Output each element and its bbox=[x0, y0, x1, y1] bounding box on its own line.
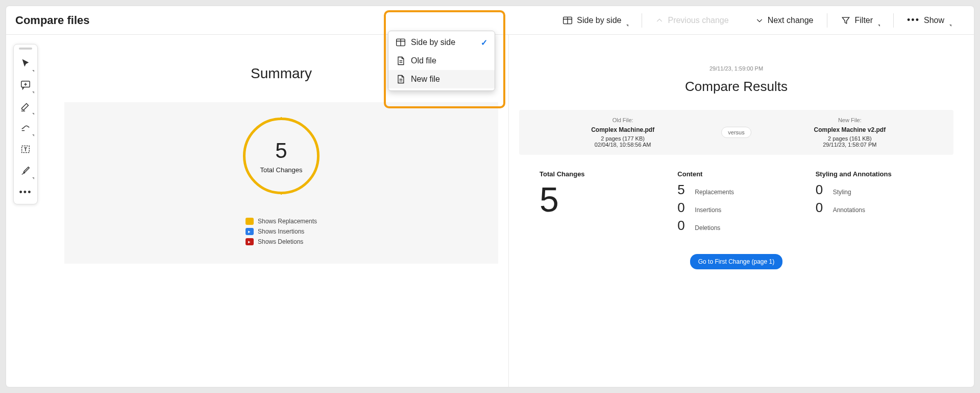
dropdown-indicator-icon bbox=[32, 177, 34, 179]
file-icon bbox=[396, 74, 406, 84]
dropdown-item-side-by-side[interactable]: Side by side ✓ bbox=[388, 33, 495, 52]
view-mode-button[interactable]: Side by side bbox=[557, 12, 633, 29]
stat-insertions: 0 Insertions bbox=[677, 200, 795, 216]
results-panel: 29/11/23, 1:59:00 PM Compare Results Old… bbox=[509, 35, 964, 387]
stats-total: Total Changes 5 bbox=[540, 170, 657, 236]
next-change-group: Next change bbox=[742, 6, 827, 34]
highlight-tool[interactable] bbox=[15, 96, 36, 117]
side-by-side-icon bbox=[562, 15, 573, 26]
legend-deletions: ▸ Shows Deletions bbox=[246, 238, 317, 245]
stat-deletions-num: 0 bbox=[677, 218, 690, 234]
filter-button[interactable]: Filter bbox=[836, 12, 886, 29]
more-tools[interactable]: ••• bbox=[15, 181, 36, 203]
page-title: Compare files bbox=[15, 14, 90, 27]
stat-replacements-lab: Replacements bbox=[695, 189, 734, 196]
new-file-meta1: 2 pages (161 KB) bbox=[751, 135, 948, 142]
legend-deletions-label: Shows Deletions bbox=[258, 238, 303, 245]
stats-content-label: Content bbox=[677, 170, 795, 178]
view-mode-group: Side by side bbox=[549, 6, 642, 34]
dropdown-indicator-icon bbox=[32, 91, 34, 94]
replacements-swatch-icon bbox=[246, 218, 254, 225]
text-box-icon bbox=[20, 144, 31, 155]
results-timestamp: 29/11/23, 1:59:00 PM bbox=[519, 65, 953, 72]
go-to-first-change-button[interactable]: Go to First Change (page 1) bbox=[690, 254, 782, 269]
stat-annotations: 0 Annotations bbox=[816, 200, 933, 216]
stat-insertions-num: 0 bbox=[677, 200, 690, 216]
dropdown-item-label: New file bbox=[411, 75, 440, 84]
total-changes-number: 5 bbox=[275, 138, 287, 163]
sign-tool[interactable] bbox=[15, 160, 36, 181]
dropdown-indicator-icon bbox=[32, 70, 34, 72]
next-change-button[interactable]: Next change bbox=[750, 13, 819, 28]
stat-insertions-lab: Insertions bbox=[695, 206, 721, 214]
view-mode-label: Side by side bbox=[577, 16, 621, 25]
draw-tool[interactable] bbox=[15, 117, 36, 138]
dropdown-indicator-icon bbox=[32, 113, 34, 115]
chevron-up-icon bbox=[655, 16, 664, 25]
legend-replacements-label: Shows Replacements bbox=[258, 218, 317, 225]
filter-label: Filter bbox=[855, 16, 873, 25]
legend-insertions-label: Shows Insertions bbox=[258, 228, 304, 235]
dropdown-indicator-icon bbox=[949, 25, 951, 27]
previous-change-label: Previous change bbox=[668, 16, 728, 25]
file-compare-row: Old File: Complex Machine.pdf 2 pages (1… bbox=[519, 110, 953, 155]
legend-insertions: ▸ Shows Insertions bbox=[246, 228, 317, 235]
comment-plus-icon bbox=[20, 79, 31, 90]
tool-palette[interactable]: ••• bbox=[13, 44, 38, 204]
side-by-side-icon bbox=[396, 37, 406, 48]
new-file-name: Complex Machine v2.pdf bbox=[751, 126, 948, 133]
filter-group: Filter bbox=[827, 6, 894, 34]
old-file-meta2: 02/04/18, 10:58:56 AM bbox=[524, 142, 721, 148]
show-group: ••• Show bbox=[894, 6, 965, 34]
new-file-meta2: 29/11/23, 1:58:07 PM bbox=[751, 142, 948, 148]
old-file-caption: Old File: bbox=[524, 117, 721, 123]
ellipsis-icon: ••• bbox=[907, 15, 920, 26]
total-changes-ring: 5 Total Changes bbox=[243, 118, 320, 194]
stat-annotations-lab: Annotations bbox=[833, 206, 865, 214]
stats-row: Total Changes 5 Content 5 Replacements 0… bbox=[519, 170, 953, 236]
versus-chip: versus bbox=[721, 127, 751, 138]
dropdown-indicator-icon bbox=[32, 134, 34, 136]
comment-tool[interactable] bbox=[15, 74, 36, 96]
dropdown-item-new-file[interactable]: New file ✓ bbox=[388, 70, 495, 88]
old-file-meta1: 2 pages (177 KB) bbox=[524, 135, 721, 142]
chevron-down-icon bbox=[755, 16, 764, 25]
legend: Shows Replacements ▸ Shows Insertions ▸ … bbox=[246, 215, 317, 248]
legend-replacements: Shows Replacements bbox=[246, 218, 317, 225]
filter-icon bbox=[841, 15, 851, 26]
show-button[interactable]: ••• Show bbox=[902, 12, 957, 29]
sign-icon bbox=[20, 165, 31, 176]
highlight-icon bbox=[20, 101, 31, 112]
new-file-caption: New File: bbox=[751, 117, 948, 123]
stats-styling: Styling and Annotations 0 Styling 0 Anno… bbox=[816, 170, 933, 236]
stat-replacements-num: 5 bbox=[677, 182, 690, 198]
stats-total-value: 5 bbox=[540, 182, 657, 217]
results-title: Compare Results bbox=[519, 79, 953, 95]
previous-change-button[interactable]: Previous change bbox=[650, 13, 733, 28]
go-button-wrap: Go to First Change (page 1) bbox=[519, 254, 953, 269]
stat-styling-lab: Styling bbox=[833, 189, 851, 196]
dropdown-indicator-icon bbox=[878, 25, 880, 27]
stat-deletions: 0 Deletions bbox=[677, 218, 795, 234]
file-icon bbox=[396, 56, 406, 66]
dropdown-item-label: Side by side bbox=[411, 38, 455, 47]
dropdown-item-old-file[interactable]: Old file ✓ bbox=[388, 52, 495, 70]
deletions-swatch-icon: ▸ bbox=[246, 238, 254, 245]
stat-annotations-num: 0 bbox=[816, 200, 828, 216]
summary-card: 5 Total Changes Shows Replacements ▸ Sho… bbox=[64, 102, 498, 264]
stat-styling: 0 Styling bbox=[816, 182, 933, 198]
stats-content: Content 5 Replacements 0 Insertions 0 De… bbox=[677, 170, 795, 236]
old-file-col: Old File: Complex Machine.pdf 2 pages (1… bbox=[519, 110, 726, 155]
select-tool[interactable] bbox=[15, 53, 36, 74]
show-label: Show bbox=[924, 16, 944, 25]
view-mode-dropdown[interactable]: Side by side ✓ Old file ✓ New file ✓ bbox=[388, 31, 495, 91]
total-changes-label: Total Changes bbox=[260, 166, 302, 174]
stat-deletions-lab: Deletions bbox=[695, 224, 720, 232]
next-change-label: Next change bbox=[768, 16, 814, 25]
insertions-swatch-icon: ▸ bbox=[246, 228, 254, 235]
drag-handle-icon[interactable] bbox=[19, 48, 32, 50]
stats-total-label: Total Changes bbox=[540, 170, 657, 178]
app-window: Compare files Side by side Previous chan… bbox=[6, 6, 974, 387]
text-box-tool[interactable] bbox=[15, 138, 36, 160]
stats-styling-label: Styling and Annotations bbox=[816, 170, 933, 178]
